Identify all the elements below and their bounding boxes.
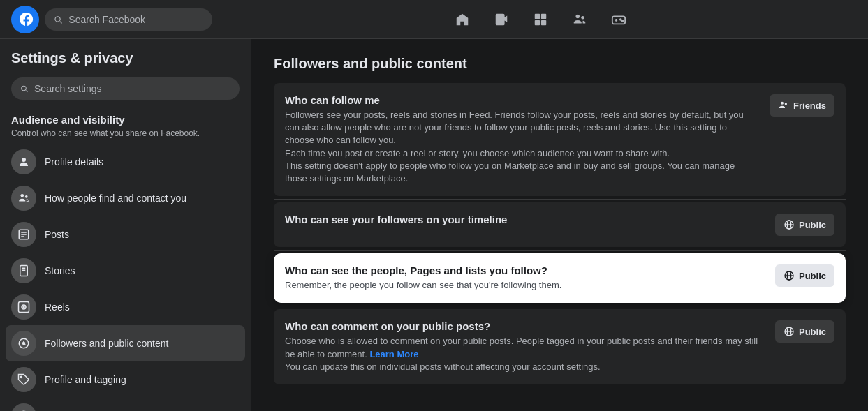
blocking-icon (11, 403, 36, 411)
who-can-follow-row: Who can follow me Followers see your pos… (274, 83, 846, 196)
public-icon-1 (784, 219, 795, 230)
svg-point-8 (621, 20, 623, 21)
public-icon-3 (784, 326, 795, 337)
main-layout: Settings & privacy Audience and visibili… (0, 39, 868, 411)
svg-point-27 (781, 102, 784, 105)
gaming-nav-button[interactable] (602, 3, 635, 36)
who-can-comment-action[interactable]: Public (775, 320, 834, 343)
sidebar-item-followers[interactable]: Followers and public content (6, 325, 245, 361)
who-can-see-following-desc: Remember, the people you follow can see … (285, 279, 764, 292)
how-people-find-icon (11, 186, 36, 211)
svg-point-5 (581, 15, 584, 19)
stories-icon (11, 258, 36, 283)
svg-point-10 (21, 194, 24, 197)
svg-point-4 (575, 14, 580, 18)
posts-icon (11, 222, 36, 247)
who-can-follow-action[interactable]: Friends (770, 94, 834, 117)
sidebar-item-followers-label: Followers and public content (45, 338, 168, 349)
svg-point-7 (619, 19, 621, 20)
who-can-follow-content: Who can follow me Followers see your pos… (285, 94, 758, 185)
sidebar-search[interactable] (11, 77, 240, 100)
profile-details-icon (11, 149, 36, 174)
who-can-see-following-row: Who can see the people, Pages and lists … (274, 253, 846, 303)
who-can-see-following-title: Who can see the people, Pages and lists … (285, 264, 764, 276)
who-can-see-followers-row: Who can see your followers on your timel… (274, 202, 846, 247)
sidebar-item-profile-details[interactable]: Profile details (6, 144, 245, 180)
svg-point-9 (22, 158, 26, 162)
video-nav-button[interactable] (485, 3, 518, 36)
who-can-follow-desc: Followers see your posts, reels and stor… (285, 109, 758, 185)
friends-icon (778, 100, 789, 111)
who-can-see-followers-title: Who can see your followers on your timel… (285, 214, 764, 225)
facebook-logo (11, 6, 39, 33)
sidebar-item-profile-tagging-label: Profile and tagging (45, 374, 126, 385)
who-can-see-followers-content: Who can see your followers on your timel… (285, 214, 764, 228)
search-icon (53, 14, 63, 25)
sidebar-search-icon (20, 84, 29, 94)
who-can-see-following-action[interactable]: Public (775, 264, 834, 287)
sidebar-item-reels[interactable]: Reels (6, 289, 245, 325)
main-content: Followers and public content Who can fol… (251, 39, 868, 411)
home-nav-button[interactable] (446, 3, 479, 36)
top-navigation (0, 0, 868, 39)
svg-rect-2 (534, 20, 539, 24)
sidebar-item-stories[interactable]: Stories (6, 253, 245, 289)
sidebar-item-profile-tagging[interactable]: Profile and tagging (6, 361, 245, 398)
sidebar-item-reels-label: Reels (45, 301, 70, 313)
sidebar-item-blocking[interactable]: Blocking (6, 398, 245, 411)
search-bar[interactable] (45, 8, 212, 31)
learn-more-link[interactable]: Learn More (369, 349, 418, 359)
audience-visibility-desc: Control who can see what you share on Fa… (6, 128, 245, 144)
sidebar-item-how-people-find[interactable]: How people find and contact you (6, 180, 245, 216)
content-title: Followers and public content (274, 56, 846, 72)
audience-visibility-header: Audience and visibility (6, 108, 245, 128)
divider-3 (274, 306, 846, 306)
sidebar-search-input[interactable] (34, 83, 231, 94)
who-can-see-followers-action[interactable]: Public (775, 214, 834, 236)
svg-point-23 (23, 343, 25, 345)
who-can-see-following-content: Who can see the people, Pages and lists … (285, 264, 764, 292)
sidebar-item-stories-label: Stories (45, 265, 75, 276)
svg-rect-0 (534, 13, 539, 18)
reels-icon (11, 294, 36, 320)
profile-tagging-icon (11, 367, 36, 392)
who-can-comment-title: Who can comment on your public posts? (285, 320, 764, 332)
who-can-comment-content: Who can comment on your public posts? Ch… (285, 320, 764, 373)
sidebar-item-how-people-find-label: How people find and contact you (45, 193, 186, 204)
svg-point-28 (785, 103, 787, 105)
groups-nav-button[interactable] (563, 3, 596, 36)
who-can-follow-title: Who can follow me (285, 94, 758, 106)
public-icon-2 (784, 270, 795, 281)
sidebar-title: Settings & privacy (6, 50, 245, 69)
svg-point-11 (25, 195, 28, 198)
svg-point-21 (23, 306, 24, 308)
who-can-comment-desc: Choose who is allowed to comment on your… (285, 335, 764, 373)
nav-icons (223, 3, 857, 36)
sidebar-item-posts[interactable]: Posts (6, 216, 245, 253)
topnav-search-input[interactable] (68, 14, 204, 25)
sidebar-item-posts-label: Posts (45, 229, 69, 240)
svg-rect-3 (540, 20, 545, 24)
followers-icon (11, 331, 36, 356)
marketplace-nav-button[interactable] (524, 3, 557, 36)
who-can-comment-row: Who can comment on your public posts? Ch… (274, 309, 846, 384)
svg-rect-1 (540, 13, 545, 18)
divider-1 (274, 199, 846, 200)
svg-point-24 (20, 376, 22, 378)
divider-2 (274, 250, 846, 251)
sidebar: Settings & privacy Audience and visibili… (0, 39, 251, 411)
sidebar-item-profile-details-label: Profile details (45, 156, 103, 167)
